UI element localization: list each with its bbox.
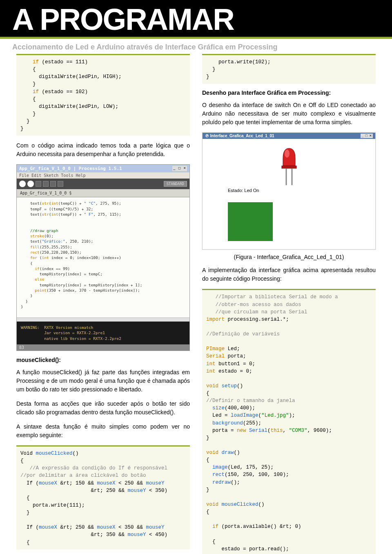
toolbar: STANDARD [17,179,189,189]
window-title: App_Gr_fica_V_1_0_0 | Processing 1.5.1 [19,166,122,171]
section-heading: Desenho para Interface Gráfica em Proces… [202,89,376,96]
paragraph: Com o código acima indicado temos toda a… [16,141,190,159]
editor-tab: App_Gr_fica_V_1_0_0 § [17,189,189,197]
export-icon [58,181,63,187]
run-icon [19,181,26,187]
stop-icon [27,181,34,187]
window-controls-icon: _ □ × [361,134,373,138]
page-header: A PROGRAMAR [0,0,392,39]
paragraph: A função mouseClicked() já faz parte das… [16,368,190,394]
code-block-processing: //Importar a biblioteca Serial de modo a… [202,289,376,554]
green-button-rect [228,202,273,241]
section-heading: mouseClicked(): [16,357,190,363]
window-title: Interface_Grafica_Acc_Led_1_01 [210,134,274,138]
paragraph: Desta forma as acções que irão suceder a… [16,400,190,417]
window-titlebar: App_Gr_fica_V_1_0_0 | Processing 1.5.1 _… [17,165,189,172]
window-controls-icon: _ □ × [172,166,187,171]
app-canvas: Estado: Led On [203,139,375,249]
console-output: WARNING: RXTX Version mismatch Jar versi… [17,322,189,344]
led-icon [277,146,301,189]
figure-caption: (Figura - Interface_Grafica_Acc_Led_1_01… [202,254,376,260]
new-icon [36,181,41,187]
right-column: porta.write(102); } } Desenho para Inter… [202,54,376,554]
mode-badge: STANDARD [164,181,187,187]
menu-bar: File Edit Sketch Tools Help [17,172,189,179]
paragraph: A implementação da interface gráfica aci… [202,266,376,283]
svg-rect-1 [282,166,296,168]
led-interface-screenshot: ℗ Interface_Grafica_Acc_Led_1_01 _ □ × E… [202,132,376,250]
status-label: Estado: Led On [228,188,259,193]
svg-point-0 [285,150,290,158]
content-columns: if (estado == 111) { digitalWrite(ledPin… [0,54,392,554]
paragraph: O desenho da interface de switch On e Of… [202,101,376,127]
save-icon [50,181,56,187]
open-icon [43,181,49,187]
left-column: if (estado == 111) { digitalWrite(ledPin… [16,54,190,554]
window-titlebar: ℗ Interface_Grafica_Acc_Led_1_01 _ □ × [203,133,375,139]
editor-code: text(str(int(tempC)) + " °C", 275, 95); … [17,197,189,317]
article-subtitle: Accionamento de Led e Arduino através de… [0,39,392,54]
processing-ide-screenshot: App_Gr_fica_V_1_0_0 | Processing 1.5.1 _… [16,164,190,351]
code-block-mouseclicked: Void mouseClicked() { //A expressão da c… [16,445,190,550]
paragraph: A sintaxe desta função é muito simples c… [16,422,190,440]
status-bar: 83 [17,344,189,351]
code-block-continuation: porta.write(102); } } [202,54,376,84]
page-title: A PROGRAMAR [12,2,380,37]
code-block-arduino: if (estado == 111) { digitalWrite(ledPin… [16,54,190,136]
scrollbar [17,317,189,322]
